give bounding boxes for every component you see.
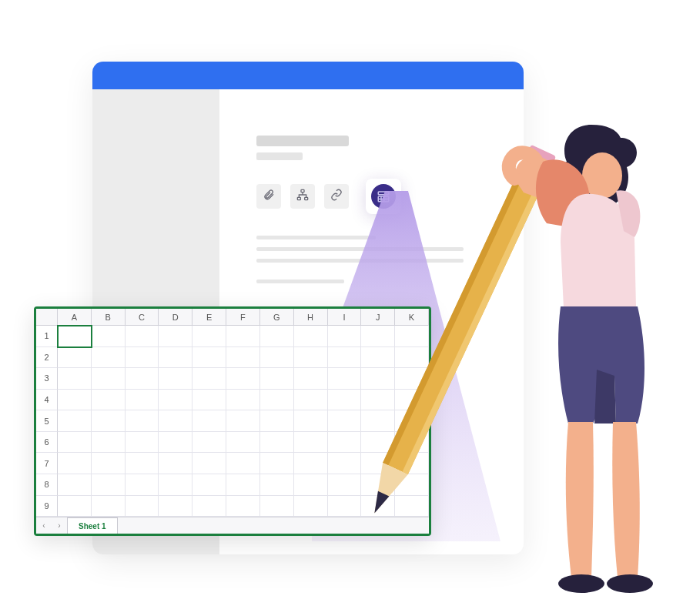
column-header[interactable]: H <box>294 309 328 326</box>
cell[interactable] <box>260 326 294 347</box>
cell[interactable] <box>126 326 159 347</box>
cell[interactable] <box>159 496 192 517</box>
cell[interactable] <box>126 453 159 474</box>
cell[interactable] <box>328 453 362 474</box>
row-header[interactable]: 9 <box>36 496 58 517</box>
cell[interactable] <box>126 474 159 496</box>
cell[interactable] <box>192 453 226 474</box>
cell[interactable] <box>92 453 126 474</box>
cell[interactable] <box>159 432 192 454</box>
cell[interactable] <box>395 474 429 496</box>
cell[interactable] <box>361 410 395 432</box>
cell[interactable] <box>58 453 92 474</box>
cell[interactable] <box>126 390 159 411</box>
cell[interactable] <box>226 368 260 390</box>
cell[interactable] <box>126 368 159 390</box>
cell[interactable] <box>126 432 159 454</box>
row-header[interactable]: 7 <box>36 453 58 474</box>
cell[interactable] <box>328 368 362 390</box>
cell[interactable] <box>361 368 395 390</box>
column-header[interactable]: G <box>260 309 294 326</box>
cell[interactable] <box>361 474 395 496</box>
cell[interactable] <box>192 368 226 390</box>
cell[interactable] <box>395 453 429 474</box>
cell[interactable] <box>92 368 126 390</box>
row-header[interactable]: 2 <box>36 347 58 369</box>
cell[interactable] <box>260 474 294 496</box>
cell[interactable] <box>159 326 192 347</box>
cell[interactable] <box>226 432 260 454</box>
cell[interactable] <box>58 496 92 517</box>
cell[interactable] <box>260 390 294 411</box>
cell[interactable] <box>328 496 362 517</box>
cell[interactable] <box>361 453 395 474</box>
cell[interactable] <box>226 453 260 474</box>
cell[interactable] <box>58 390 92 411</box>
cell[interactable] <box>260 347 294 369</box>
cell[interactable] <box>294 410 328 432</box>
sheet-tab[interactable]: Sheet 1 <box>67 517 118 534</box>
cell[interactable] <box>260 368 294 390</box>
row-header[interactable]: 3 <box>36 368 58 390</box>
cell[interactable] <box>395 496 429 517</box>
column-header[interactable]: I <box>328 309 362 326</box>
cell[interactable] <box>159 368 192 390</box>
column-header[interactable]: A <box>58 309 92 326</box>
cell[interactable] <box>192 390 226 411</box>
row-header[interactable]: 1 <box>36 326 58 347</box>
cell[interactable] <box>294 432 328 454</box>
cell[interactable] <box>260 496 294 517</box>
cell[interactable] <box>192 432 226 454</box>
cell[interactable] <box>92 347 126 369</box>
cell[interactable] <box>361 347 395 369</box>
cell[interactable] <box>58 474 92 496</box>
cell[interactable] <box>294 390 328 411</box>
cell[interactable] <box>294 347 328 369</box>
cell[interactable] <box>361 496 395 517</box>
cell[interactable] <box>260 410 294 432</box>
cell[interactable] <box>192 326 226 347</box>
cell[interactable] <box>192 474 226 496</box>
prev-sheet-button[interactable]: ‹ <box>36 521 52 530</box>
cell[interactable] <box>395 368 429 390</box>
cell[interactable] <box>361 390 395 411</box>
cell[interactable] <box>294 453 328 474</box>
cell[interactable] <box>294 368 328 390</box>
cell[interactable] <box>126 410 159 432</box>
cell[interactable] <box>126 496 159 517</box>
cell[interactable] <box>260 453 294 474</box>
cell[interactable] <box>328 410 362 432</box>
cell[interactable] <box>328 432 362 454</box>
column-header[interactable]: B <box>92 309 126 326</box>
cell[interactable] <box>260 432 294 454</box>
cell[interactable] <box>395 347 429 369</box>
cell[interactable] <box>92 432 126 454</box>
cell[interactable] <box>159 410 192 432</box>
cell[interactable] <box>328 390 362 411</box>
cell[interactable] <box>328 347 362 369</box>
cell[interactable] <box>226 496 260 517</box>
column-header[interactable]: K <box>395 309 429 326</box>
cell[interactable] <box>92 474 126 496</box>
cell[interactable] <box>126 347 159 369</box>
cell[interactable] <box>395 432 429 454</box>
cell[interactable] <box>226 474 260 496</box>
next-sheet-button[interactable]: › <box>52 521 67 530</box>
column-header[interactable]: F <box>226 309 260 326</box>
cell[interactable] <box>328 474 362 496</box>
cell[interactable] <box>58 368 92 390</box>
cell[interactable] <box>294 474 328 496</box>
select-all-corner[interactable] <box>36 309 58 326</box>
cell[interactable] <box>92 496 126 517</box>
cell[interactable] <box>58 410 92 432</box>
attachment-button[interactable] <box>256 184 281 209</box>
cell[interactable] <box>192 496 226 517</box>
link-button[interactable] <box>324 184 349 209</box>
row-header[interactable]: 4 <box>36 390 58 411</box>
cell[interactable] <box>395 410 429 432</box>
row-header[interactable]: 5 <box>36 410 58 432</box>
cell[interactable] <box>159 390 192 411</box>
column-header[interactable]: C <box>126 309 159 326</box>
cell[interactable] <box>192 347 226 369</box>
cell[interactable] <box>58 347 92 369</box>
